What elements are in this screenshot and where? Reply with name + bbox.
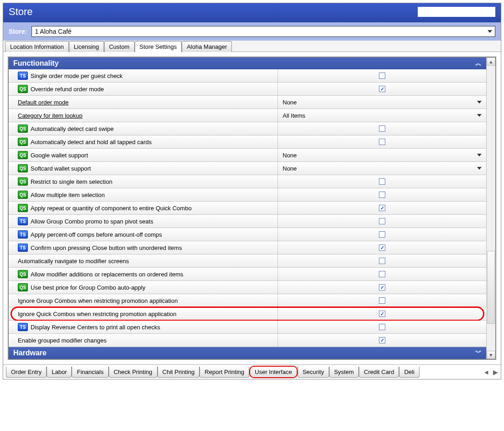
setting-value-cell[interactable]: ✓	[278, 334, 486, 347]
checkbox[interactable]	[379, 125, 385, 132]
setting-value-cell[interactable]	[278, 228, 486, 241]
setting-label: Enable grouped modifier changes	[18, 337, 106, 344]
section-hardware-label: Hardware	[13, 349, 47, 357]
setting-label-cell: TSConfirm upon pressing Close button wit…	[9, 241, 278, 254]
store-select[interactable]: 1 Aloha Café	[31, 26, 495, 37]
setting-label-cell: QSGoogle wallet support	[9, 149, 278, 161]
store-label: Store:	[9, 28, 27, 35]
setting-label: Ignore Quick Combos when restricting pro…	[18, 311, 177, 317]
checkbox[interactable]: ✓	[379, 205, 385, 211]
setting-label[interactable]: Default order mode	[18, 99, 68, 106]
setting-value-cell[interactable]: None	[278, 149, 486, 161]
setting-value-cell[interactable]: ✓	[278, 281, 486, 294]
tab-bottom[interactable]: Financials	[72, 367, 109, 378]
qs-icon: QS	[18, 125, 28, 133]
tab-top[interactable]: Location Information	[5, 41, 69, 52]
setting-label-cell: QSAutomatically detect card swipe	[9, 122, 278, 135]
setting-value-cell[interactable]	[278, 215, 486, 228]
setting-value-cell[interactable]: All Items	[278, 109, 486, 122]
checkbox[interactable]	[379, 231, 385, 238]
checkbox[interactable]	[379, 192, 385, 198]
checkbox[interactable]: ✓	[379, 86, 385, 92]
checkbox[interactable]	[379, 73, 385, 79]
setting-value-cell[interactable]	[278, 135, 486, 148]
tab-nav-arrow-icon[interactable]: ◄	[481, 369, 491, 376]
setting-label-cell: QSAllow modifier additions or replacemen…	[9, 268, 278, 280]
tabs-bottom: Order EntryLaborFinancialsCheck Printing…	[3, 364, 501, 379]
setting-value-cell[interactable]	[278, 321, 486, 333]
setting-label-cell: QSOverride refund order mode	[9, 83, 278, 95]
tab-bottom[interactable]: Report Printing	[200, 367, 249, 378]
tab-bottom[interactable]: Credit Card	[359, 367, 399, 378]
checkbox[interactable]	[379, 297, 385, 304]
setting-value-cell[interactable]	[278, 268, 486, 280]
setting-value-cell[interactable]	[278, 175, 486, 188]
setting-value-cell[interactable]: ✓	[278, 241, 486, 254]
setting-row: Ignore Quick Combos when restricting pro…	[9, 307, 486, 321]
checkbox[interactable]	[379, 258, 385, 264]
section-functionality[interactable]: Functionality ︽	[9, 57, 486, 69]
checkbox[interactable]	[379, 139, 385, 145]
setting-label-cell: Enable grouped modifier changes	[9, 334, 278, 347]
section-hardware[interactable]: Hardware ︾	[9, 347, 486, 359]
setting-label: Allow Group Combo promo to span pivot se…	[31, 218, 153, 225]
setting-label[interactable]: Category for item lookup	[18, 112, 83, 119]
ts-icon: TS	[18, 217, 28, 225]
scroll-track[interactable]	[487, 66, 495, 351]
tab-top[interactable]: Licensing	[69, 41, 104, 52]
tab-bottom[interactable]: Order Entry	[6, 367, 47, 378]
tab-top[interactable]: Store Settings	[135, 41, 182, 52]
setting-label: Single order mode per guest check	[31, 73, 123, 79]
checkbox[interactable]: ✓	[379, 311, 385, 317]
setting-row: QSAllow modifier additions or replacemen…	[9, 268, 486, 281]
tab-bottom[interactable]: System	[329, 367, 359, 378]
body-area: Functionality ︽ TSSingle order mode per …	[3, 52, 501, 364]
checkbox[interactable]: ✓	[379, 337, 385, 343]
tab-nav-arrow-icon[interactable]: ▶	[491, 369, 500, 376]
setting-label-cell: QSSoftcard wallet support	[9, 162, 278, 175]
setting-value-cell[interactable]: None	[278, 162, 486, 175]
tab-bottom[interactable]: Labor	[47, 367, 72, 378]
checkbox[interactable]	[379, 218, 385, 224]
setting-row: Enable grouped modifier changes✓	[9, 334, 486, 347]
setting-label: Automatically navigate to modifier scree…	[18, 258, 129, 265]
tab-bottom[interactable]: Chit Printing	[158, 367, 200, 378]
setting-value-cell[interactable]: ✓	[278, 307, 486, 320]
setting-row: Category for item lookupAll Items	[9, 109, 486, 122]
setting-label-cell: QSAutomatically detect and hold all tapp…	[9, 135, 278, 148]
scroll-down-icon[interactable]: ▼	[487, 351, 495, 359]
scrollbar[interactable]: ▲ ▼	[486, 57, 495, 359]
setting-value-cell[interactable]	[278, 294, 486, 307]
qs-icon: QS	[18, 164, 28, 172]
setting-value-cell[interactable]: ✓	[278, 202, 486, 214]
setting-label-cell: Ignore Quick Combos when restricting pro…	[9, 307, 278, 320]
titlebar-input[interactable]	[418, 7, 495, 17]
setting-value-cell[interactable]	[278, 122, 486, 135]
section-functionality-label: Functionality	[13, 59, 59, 68]
dropdown-value: None	[283, 165, 297, 172]
qs-icon: QS	[18, 151, 28, 159]
tab-top[interactable]: Custom	[104, 41, 135, 52]
setting-value-cell[interactable]	[278, 254, 486, 267]
tab-bottom[interactable]: Deli	[399, 367, 419, 378]
dropdown-value: None	[283, 99, 297, 106]
tab-bottom[interactable]: Security	[298, 367, 329, 378]
scroll-thumb[interactable]	[487, 251, 495, 324]
qs-icon: QS	[18, 85, 28, 93]
setting-value-cell[interactable]: None	[278, 96, 486, 109]
setting-value-cell[interactable]	[278, 69, 486, 82]
tab-bottom[interactable]: User Interface	[249, 366, 298, 378]
setting-row: QSApply repeat or quantity of component …	[9, 202, 486, 215]
checkbox[interactable]: ✓	[379, 244, 385, 251]
settings-panel: Functionality ︽ TSSingle order mode per …	[8, 57, 496, 360]
ts-icon: TS	[18, 323, 28, 331]
checkbox[interactable]	[379, 271, 385, 277]
setting-value-cell[interactable]: ✓	[278, 83, 486, 95]
tab-bottom[interactable]: Check Printing	[109, 367, 158, 378]
checkbox[interactable]	[379, 324, 385, 330]
setting-value-cell[interactable]	[278, 188, 486, 201]
checkbox[interactable]: ✓	[379, 284, 385, 291]
scroll-up-icon[interactable]: ▲	[487, 57, 495, 66]
checkbox[interactable]	[379, 178, 385, 185]
tab-top[interactable]: Aloha Manager	[182, 41, 232, 52]
